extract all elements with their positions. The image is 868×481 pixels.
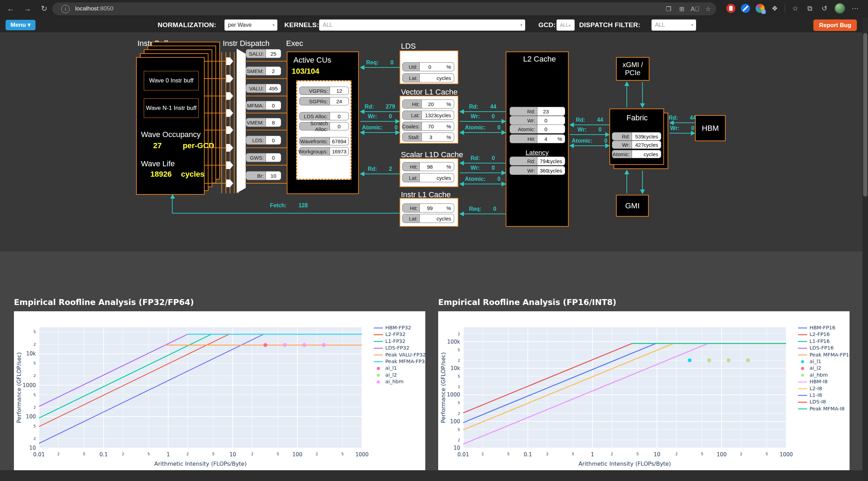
extensions-puzzle-icon[interactable]: ❖ xyxy=(770,4,779,13)
adblock-extension-icon[interactable] xyxy=(726,4,735,13)
legend-item-ai_l1[interactable]: ai_l1 xyxy=(377,365,397,371)
site-info-icon[interactable]: i xyxy=(61,5,70,13)
vector-l1-metric-unit: % xyxy=(447,122,451,130)
exec-metric-label: Scratch Alloc: xyxy=(299,122,330,130)
normalization-label: NORMALIZATION: xyxy=(158,21,216,29)
legend-item-L1-FP32[interactable]: L1-FP32 xyxy=(374,338,405,344)
collections-icon[interactable]: ☆ xyxy=(791,4,800,13)
tab-copy-icon[interactable]: ⧉ xyxy=(805,4,814,13)
dispatch-mux-icon xyxy=(226,75,233,82)
normalization-select[interactable]: per Wave▾ xyxy=(224,19,277,31)
read-aloud-icon[interactable]: A゚ xyxy=(690,4,700,14)
refresh-icon[interactable]: ↻ xyxy=(38,3,50,15)
favorite-add-icon[interactable]: ☆ xyxy=(703,4,713,14)
l2-latency-unit: cycles xyxy=(547,166,562,175)
legend-item-Peak VALU-FP32[interactable]: Peak VALU-FP32 xyxy=(374,352,425,358)
arrow-line xyxy=(460,111,506,112)
dispatch-bus-line xyxy=(234,52,235,193)
legend-item-L2-I8[interactable]: L2-I8 xyxy=(798,386,822,391)
y-tick-label: 10 xyxy=(453,445,460,451)
scrollbar-thumb[interactable] xyxy=(863,33,867,197)
x-minor-tick-label: 5 xyxy=(212,452,214,456)
forward-icon[interactable]: → xyxy=(22,3,33,15)
arrowhead-left-icon xyxy=(569,143,574,148)
exec-metric-row: Scratch Alloc: 0 xyxy=(299,122,349,130)
toolbar-separator xyxy=(785,4,785,13)
legend-item-Peak MFMA-FP16[interactable]: Peak MFMA-FP16 xyxy=(798,352,850,358)
legend-item-Peak MFMA-FP32[interactable]: Peak MFMA-FP32 xyxy=(374,359,425,364)
legend-item-ai_l2[interactable]: ai_l2 xyxy=(377,372,397,378)
legend-item-L2-FP32[interactable]: L2-FP32 xyxy=(374,331,405,337)
dispatch-row: LDS: 0 xyxy=(246,136,281,145)
x-minor-tick-label: 5 xyxy=(277,452,279,456)
arrowhead-right-icon xyxy=(395,130,400,135)
profile-avatar[interactable] xyxy=(835,3,845,14)
arrow-value: 0 xyxy=(599,127,602,133)
legend-item-HBM-I8[interactable]: HBM-I8 xyxy=(798,379,828,384)
dispatch-row-label: VALU: xyxy=(246,84,266,93)
dispatch-stub-line xyxy=(205,78,226,79)
vector-l1-metric-value: 20 xyxy=(422,100,440,108)
legend-item-ai_l2[interactable]: ai_l2 xyxy=(801,365,821,371)
roofline-chart-fp32: 0.01250.12512510251002510001025100251000… xyxy=(14,311,425,470)
legend-item-ai_hbm[interactable]: ai_hbm xyxy=(377,379,404,384)
scrollbar[interactable] xyxy=(862,18,868,481)
arrow-value: 0 xyxy=(390,59,394,66)
legend-item-LDS-I8[interactable]: LDS-I8 xyxy=(798,399,826,404)
dispatch-filter-select[interactable]: ALL▾ xyxy=(652,19,696,31)
l2-metric-value: 0 xyxy=(537,116,554,125)
legend-item-L1-I8[interactable]: L1-I8 xyxy=(798,392,822,398)
arrow-line xyxy=(460,173,506,173)
x-tick-label: 0.01 xyxy=(33,451,45,458)
legend-item-L1-FP16[interactable]: L1-FP16 xyxy=(798,338,830,344)
arrowhead-right-icon xyxy=(502,119,506,124)
apps-grid-icon[interactable]: ⊞ xyxy=(677,4,687,14)
scalar-l1d-metric-row: Lat: cycles xyxy=(402,173,454,182)
arrowhead-right-icon xyxy=(691,131,695,136)
dispatch-row-value: 25 xyxy=(266,49,281,58)
dispatch-bus-line xyxy=(230,52,230,193)
devices-icon[interactable]: ❐ xyxy=(663,4,674,14)
lds-metric-value: 0 xyxy=(420,63,440,71)
menu-button[interactable]: Menu ▾ xyxy=(6,20,35,30)
legend-item-L2-FP16[interactable]: L2-FP16 xyxy=(798,331,830,337)
back-icon[interactable]: ← xyxy=(5,3,17,15)
y-tick-label: 10k xyxy=(26,351,36,357)
active-cus-value: 103/104 xyxy=(292,67,319,76)
y-axis-title: Performance (GFLOP/sec) xyxy=(16,352,22,423)
address-bar[interactable]: i localhost:8050 ❐ ⊞ A゚ ☆ xyxy=(52,2,716,15)
arrow-label: Atomic: xyxy=(572,138,593,144)
arrow-line xyxy=(360,132,400,133)
legend-item-HBM-FP16[interactable]: HBM-FP16 xyxy=(798,325,835,330)
exec-metric-row: SGPRs: 24 xyxy=(299,97,349,105)
legend-item-HBM-FP32[interactable]: HBM-FP32 xyxy=(374,325,411,330)
vector-l1-metric-value: 70 xyxy=(422,122,440,130)
kernels-select[interactable]: ALL▾ xyxy=(319,19,525,31)
legend-item-LDS-FP32[interactable]: LDS-FP32 xyxy=(374,345,409,351)
browser-menu-icon[interactable]: ⋯ xyxy=(851,4,860,13)
legend-item-ai_l1[interactable]: ai_l1 xyxy=(801,359,821,364)
dispatch-stub-line xyxy=(205,130,226,130)
x-tick-label: 1000 xyxy=(355,451,369,458)
arrow-line xyxy=(360,121,400,122)
legend-label: LDS-FP16 xyxy=(810,345,834,351)
legend-item-ai_hbm[interactable]: ai_hbm xyxy=(801,372,828,378)
hbm-box: HBM xyxy=(695,115,726,141)
x-minor-tick-label: 5 xyxy=(766,452,768,456)
legend-item-Peak MFMA-I8[interactable]: Peak MFMA-I8 xyxy=(798,406,845,411)
blocker-extension-icon[interactable] xyxy=(741,4,750,13)
history-icon[interactable]: ↺ xyxy=(820,4,829,13)
x-minor-tick-label: 2 xyxy=(122,452,124,456)
exec-metric-value: 0 xyxy=(330,122,348,130)
palette-extension-icon[interactable] xyxy=(756,4,765,13)
report-bug-button[interactable]: Report Bug xyxy=(813,19,857,31)
dispatch-row: Br: 10 xyxy=(246,171,281,180)
dispatch-row: VMEM: 8 xyxy=(246,118,281,127)
legend-item-LDS-FP16[interactable]: LDS-FP16 xyxy=(798,345,834,351)
gcd-select[interactable]: ALL▾ xyxy=(557,19,575,31)
wave-occupancy-unit: per-GCD xyxy=(183,141,214,150)
x-minor-tick-label: 2 xyxy=(675,452,678,456)
l2-metric-value: 4 xyxy=(537,135,554,143)
scalar-l1d-metric-row: Hit: 98% xyxy=(402,162,454,171)
wave-occupancy-label: Wave Occupancy xyxy=(141,130,201,139)
